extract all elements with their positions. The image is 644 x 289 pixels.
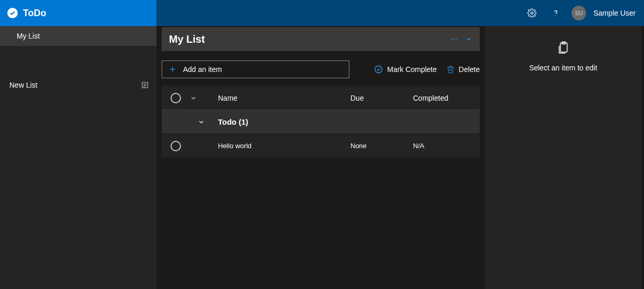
table-row[interactable]: Hello world None N/A [162,134,480,158]
expand-all-toggle[interactable] [190,94,213,102]
items-table: Name Due Completed Todo (1) [162,86,480,158]
mark-complete-label: Mark Complete [387,65,437,74]
svg-point-8 [456,39,457,40]
svg-point-6 [451,39,452,40]
add-item-label: Add an item [183,65,222,74]
add-item-button[interactable]: Add an item [162,61,349,78]
row-completed: N/A [413,142,476,150]
app-header: ToDo SU Sample User [0,0,644,26]
clipboard-icon [556,41,570,54]
delete-label: Delete [459,65,480,74]
trash-icon [446,65,455,74]
table-header: Name Due Completed [162,86,480,110]
list-area: My List Add a [156,26,485,289]
svg-point-1 [555,15,556,16]
select-all-toggle[interactable] [171,93,181,103]
help-icon[interactable] [548,5,564,21]
new-list-label: New List [9,81,38,89]
details-pane: Select an item to edit [485,26,641,289]
column-completed[interactable]: Completed [413,94,476,102]
avatar[interactable]: SU [572,6,586,20]
list-form-icon [141,81,149,89]
plus-icon [168,65,177,74]
group-label: Todo (1) [213,117,350,126]
sidebar: My List New List [0,26,156,289]
group-row[interactable]: Todo (1) [162,110,480,134]
check-circle-icon [7,8,18,18]
row-due: None [350,142,413,150]
column-name[interactable]: Name [213,94,350,102]
list-title: My List [169,33,205,45]
app-title: ToDo [23,8,46,19]
column-due[interactable]: Due [350,94,413,102]
svg-point-0 [531,12,533,15]
user-name: Sample User [593,9,636,17]
svg-point-7 [453,39,454,40]
gear-icon[interactable] [524,5,540,21]
check-circle-icon [374,65,383,74]
new-list-button[interactable]: New List [0,75,156,95]
delete-button[interactable]: Delete [446,65,480,74]
more-icon[interactable] [449,35,458,43]
details-placeholder: Select an item to edit [529,64,598,72]
sidebar-item-my-list[interactable]: My List [0,26,156,46]
list-toolbar: Add an item Mark Complete Delete [162,61,480,78]
list-header: My List [162,27,480,51]
row-select-toggle[interactable] [171,141,181,151]
svg-point-11 [375,66,382,73]
sidebar-item-label: My List [17,32,40,40]
header-actions: SU Sample User [156,0,644,26]
mark-complete-button[interactable]: Mark Complete [374,65,437,74]
row-name: Hello world [213,142,350,150]
app-brand[interactable]: ToDo [0,0,156,26]
chevron-down-icon[interactable] [190,118,213,126]
chevron-down-icon[interactable] [465,35,472,43]
